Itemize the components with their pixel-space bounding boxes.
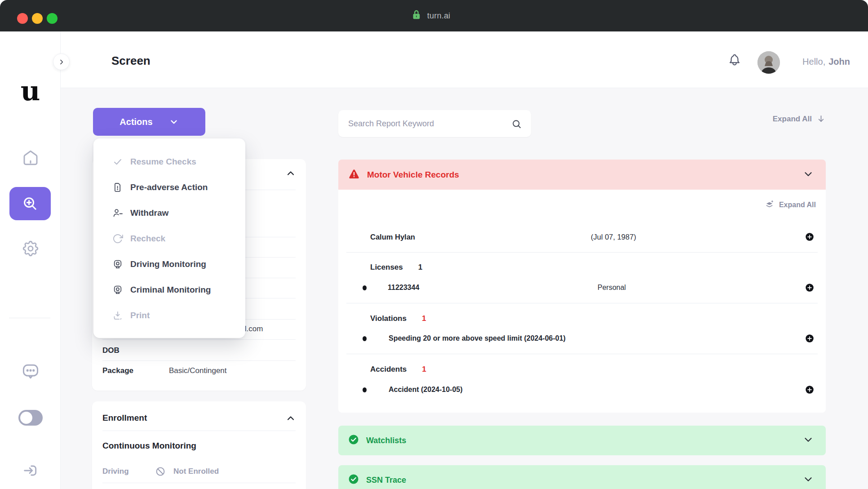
layers-icon <box>764 200 775 210</box>
greeting-username: John <box>828 57 850 67</box>
enrollment-title: Enrollment <box>102 413 147 423</box>
sidebar-item-logout[interactable] <box>0 462 61 480</box>
chevron-down-icon[interactable] <box>802 473 814 487</box>
enrollment-card: Enrollment Continuous Monitoring Driving… <box>92 401 306 489</box>
menu-item-driving-monitoring[interactable]: Driving Monitoring <box>93 251 245 277</box>
expand-accident-button[interactable] <box>805 385 814 394</box>
collapse-card-button[interactable] <box>285 168 296 181</box>
window-controls <box>17 13 58 24</box>
licenses-count: 1 <box>418 263 422 272</box>
sidebar-item-screen-active[interactable] <box>9 187 51 220</box>
collapse-card-button[interactable] <box>285 413 296 426</box>
mvr-section-header[interactable]: Motor Vehicle Records <box>338 160 826 190</box>
expand-person-button[interactable] <box>805 232 814 241</box>
bullet-icon <box>363 336 367 341</box>
sidebar-item-support[interactable] <box>0 361 61 381</box>
document-alert-icon <box>112 182 123 193</box>
check-circle-icon <box>348 434 359 447</box>
menu-item-criminal-monitoring[interactable]: Criminal Monitoring <box>93 277 245 302</box>
arrow-down-icon <box>816 114 826 124</box>
violation-text: Speeding 20 or more above speed limit (2… <box>389 334 566 342</box>
zoom-search-icon <box>22 195 39 212</box>
menu-item-label: Criminal Monitoring <box>130 285 211 295</box>
browser-titlebar: turn.ai <box>0 0 868 31</box>
expand-violation-button[interactable] <box>805 334 814 343</box>
actions-dropdown-menu: Resume Checks Pre-adverse Action Withdra… <box>93 138 245 338</box>
bullet-icon <box>363 285 367 290</box>
expand-license-button[interactable] <box>805 283 814 292</box>
watchlists-section-header[interactable]: Watchlists <box>338 426 826 455</box>
url-text: turn.ai <box>427 11 450 21</box>
person-row: Calum Hylan (Jul 07, 1987) <box>338 227 826 247</box>
toggle-knob <box>20 412 32 424</box>
licenses-header: Licenses 1 <box>338 258 826 276</box>
chevron-right-icon <box>58 58 65 66</box>
menu-item-label: Driving Monitoring <box>130 259 206 269</box>
monitor-icon <box>112 285 123 295</box>
search-icon[interactable] <box>511 119 522 131</box>
expand-all-label: Expand All <box>773 115 812 124</box>
logout-icon <box>22 462 40 480</box>
menu-item-print[interactable]: Print <box>93 302 245 328</box>
mvr-expand-all-label: Expand All <box>779 201 816 209</box>
mvr-expand-all-button[interactable]: Expand All <box>764 200 816 210</box>
ssn-trace-title: SSN Trace <box>366 476 406 485</box>
search-input[interactable] <box>338 110 531 137</box>
monitoring-row-status: Not Enrolled <box>173 467 219 476</box>
divider <box>102 339 296 340</box>
download-tray-icon <box>112 310 123 321</box>
watchlists-title: Watchlists <box>366 436 406 445</box>
sidebar: u <box>0 31 61 489</box>
app-window: turn.ai u <box>0 0 868 489</box>
mvr-title: Motor Vehicle Records <box>367 170 459 180</box>
chevron-down-icon[interactable] <box>802 434 814 447</box>
dob-label: DOB <box>102 346 120 355</box>
chevron-down-icon[interactable] <box>802 168 814 182</box>
actions-button-label: Actions <box>120 117 152 127</box>
menu-item-label: Recheck <box>130 234 165 244</box>
zoom-window-button[interactable] <box>47 13 58 24</box>
sidebar-item-settings[interactable] <box>0 239 61 258</box>
person-name: Calum Hylan <box>370 233 415 241</box>
report-search <box>338 110 531 137</box>
actions-button[interactable]: Actions <box>93 108 205 136</box>
license-number: 11223344 <box>388 284 419 292</box>
licenses-label: Licenses <box>370 263 403 272</box>
close-window-button[interactable] <box>17 13 28 24</box>
applicant-email-fragment: il.com <box>243 325 263 333</box>
minimize-window-button[interactable] <box>32 13 43 24</box>
accidents-count: 1 <box>422 365 426 374</box>
sidebar-divider <box>9 318 50 318</box>
main-content: Actions Resume Checks Pre-adverse Action <box>61 88 868 489</box>
monitoring-row-label: Driving <box>102 467 129 476</box>
sidebar-item-home[interactable] <box>0 148 61 167</box>
divider <box>346 354 818 354</box>
accidents-header: Accidents 1 <box>338 360 826 378</box>
gear-icon <box>21 239 40 258</box>
person-dob: (Jul 07, 1987) <box>591 233 636 241</box>
violations-count: 1 <box>422 314 426 323</box>
menu-item-resume-checks[interactable]: Resume Checks <box>93 149 245 174</box>
page-title: Screen <box>111 54 151 68</box>
avatar-photo-icon <box>757 51 780 74</box>
menu-item-label: Pre-adverse Action <box>130 182 208 192</box>
theme-toggle[interactable] <box>18 410 43 426</box>
expand-all-button[interactable]: Expand All <box>773 114 826 124</box>
address-bar[interactable]: turn.ai <box>412 0 450 31</box>
violations-label: Violations <box>370 314 407 323</box>
continuous-monitoring-title: Continuous Monitoring <box>102 441 196 451</box>
user-avatar[interactable] <box>757 51 780 74</box>
notifications-button[interactable] <box>728 53 741 68</box>
check-icon <box>112 156 123 167</box>
home-icon <box>21 148 40 167</box>
ssn-trace-section-header[interactable]: SSN Trace <box>338 465 826 489</box>
menu-item-withdraw[interactable]: Withdraw <box>93 200 245 226</box>
lock-icon <box>412 9 421 22</box>
menu-item-pre-adverse-action[interactable]: Pre-adverse Action <box>93 174 245 200</box>
violations-header: Violations 1 <box>338 310 826 328</box>
page-header: Screen Hello, John <box>61 31 868 88</box>
menu-item-recheck[interactable]: Recheck <box>93 226 245 251</box>
violation-row: Speeding 20 or more above speed limit (2… <box>338 329 826 348</box>
sidebar-collapse-button[interactable] <box>53 53 70 70</box>
mvr-section-body: Expand All Calum Hylan (Jul 07, 1987) Li… <box>338 190 826 413</box>
